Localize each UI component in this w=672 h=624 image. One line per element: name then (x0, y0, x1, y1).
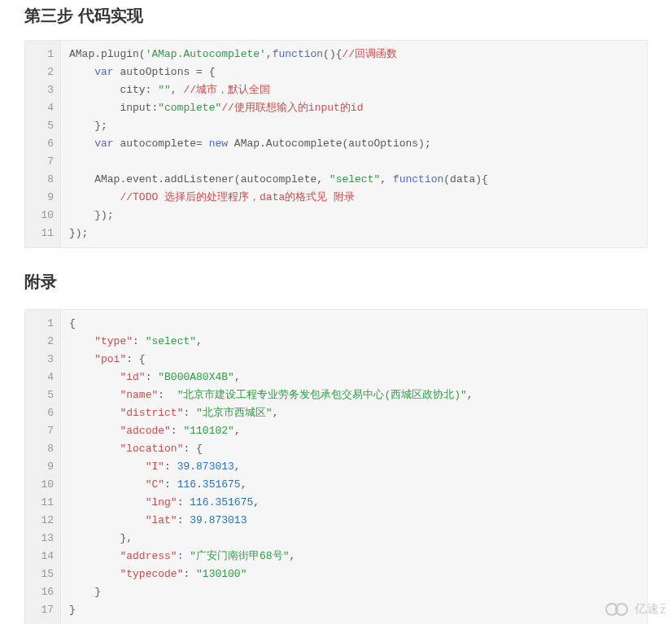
code-line: } (69, 601, 639, 619)
code-gutter-1: 1234567891011 (25, 41, 61, 247)
line-number: 15 (35, 565, 54, 583)
watermark-logo: 亿速云 (602, 596, 665, 619)
line-number: 2 (35, 63, 54, 81)
code-token: : { (126, 353, 145, 365)
line-number: 13 (35, 530, 54, 548)
code-token: , (234, 460, 241, 473)
code-token: AMap.Autocomplete(autoOptions); (228, 137, 431, 150)
line-number: 7 (35, 153, 54, 171)
code-token: 39.873013 (177, 460, 234, 473)
code-token: : (164, 460, 177, 473)
code-block-2: 1234567891011121314151617 { "type": "sel… (24, 309, 648, 624)
code-token: "130100" (196, 568, 247, 580)
code-token: "location" (120, 443, 183, 455)
code-token (69, 550, 120, 562)
code-token: , (253, 496, 260, 508)
code-token (69, 66, 94, 78)
code-token: }, (69, 532, 133, 544)
watermark-text: 亿速云 (634, 601, 665, 615)
code-token: , (467, 389, 473, 401)
code-token (69, 371, 120, 383)
code-line: }); (69, 225, 639, 242)
code-token: "select" (146, 335, 196, 347)
code-token: } (69, 586, 101, 598)
line-number: 7 (35, 422, 54, 440)
code-token (69, 478, 146, 491)
code-token: //使用联想输入的input的id (221, 102, 363, 114)
code-token: function (393, 173, 443, 185)
code-token: : (133, 335, 146, 347)
code-token (69, 425, 120, 437)
code-token (69, 353, 94, 365)
code-token: : (183, 568, 196, 580)
code-token: "name" (120, 389, 158, 401)
code-token: "poi" (94, 353, 126, 365)
code-token: 116.351675 (177, 478, 241, 491)
code-token: : (158, 389, 177, 401)
code-token: : (183, 407, 196, 419)
code-line: { (69, 315, 639, 333)
code-token: "district" (120, 407, 183, 419)
code-token: , (234, 371, 241, 383)
code-token (69, 389, 120, 401)
line-number: 12 (35, 512, 54, 530)
code-area-2: { "type": "select", "poi": { "id": "B000… (61, 310, 647, 624)
line-number: 11 (35, 225, 54, 242)
code-line: var autoOptions = { (69, 63, 639, 81)
code-token: , (289, 550, 295, 562)
code-token: "C" (146, 478, 164, 491)
code-token: new (209, 137, 228, 150)
code-token: }); (69, 227, 88, 239)
code-token: : (171, 425, 184, 437)
code-token: 39.873013 (190, 514, 247, 526)
code-token: : (177, 496, 190, 508)
code-token: , (380, 173, 393, 185)
code-area-1: AMap.plugin('AMap.Autocomplete',function… (61, 41, 647, 247)
code-line: "location": { (69, 440, 639, 458)
code-token: //TODO 选择后的处理程序，data的格式见 附录 (120, 191, 355, 203)
line-number: 16 (35, 583, 54, 601)
code-token: AMap.event.addListener(autocomplete, (69, 173, 329, 185)
code-token: var (94, 137, 113, 150)
code-token: var (94, 66, 113, 78)
code-token: "" (158, 84, 171, 96)
code-token: input: (69, 102, 158, 114)
code-token: , (234, 425, 241, 437)
code-token (69, 568, 120, 580)
code-token (69, 496, 146, 508)
code-token: //城市，默认全国 (183, 84, 270, 96)
heading-appendix: 附录 (24, 271, 648, 293)
code-token (69, 514, 146, 526)
code-token: }; (69, 120, 107, 132)
code-line: //TODO 选择后的处理程序，data的格式见 附录 (69, 189, 639, 207)
line-number: 6 (35, 135, 54, 153)
code-token: , (273, 407, 279, 419)
code-token: autocomplete= (114, 137, 209, 150)
line-number: 1 (35, 46, 54, 63)
code-token: "select" (329, 173, 380, 185)
code-line: }); (69, 207, 639, 225)
heading-step3: 第三步 代码实现 (24, 5, 648, 27)
code-token (69, 335, 94, 347)
code-line (69, 153, 639, 171)
code-token: , (196, 335, 203, 347)
code-token: : { (183, 443, 202, 455)
code-token: "id" (120, 371, 145, 383)
code-token: city: (69, 84, 158, 96)
code-line: "address": "广安门南街甲68号", (69, 548, 639, 565)
code-token: : (177, 550, 190, 562)
code-token: "B000A80X4B" (158, 371, 234, 383)
code-token: "lat" (146, 514, 177, 526)
code-line: }, (69, 530, 639, 548)
line-number: 3 (35, 81, 54, 99)
code-token: //回调函数 (343, 48, 398, 60)
code-token: "typecode" (120, 568, 183, 580)
code-gutter-2: 1234567891011121314151617 (25, 310, 61, 624)
code-token: "I" (146, 460, 164, 473)
code-token: , (266, 48, 273, 60)
code-line: } (69, 583, 639, 601)
code-token (69, 460, 146, 473)
line-number: 9 (35, 458, 54, 476)
code-line: AMap.event.addListener(autocomplete, "se… (69, 171, 639, 189)
code-line: city: "", //城市，默认全国 (69, 81, 639, 99)
